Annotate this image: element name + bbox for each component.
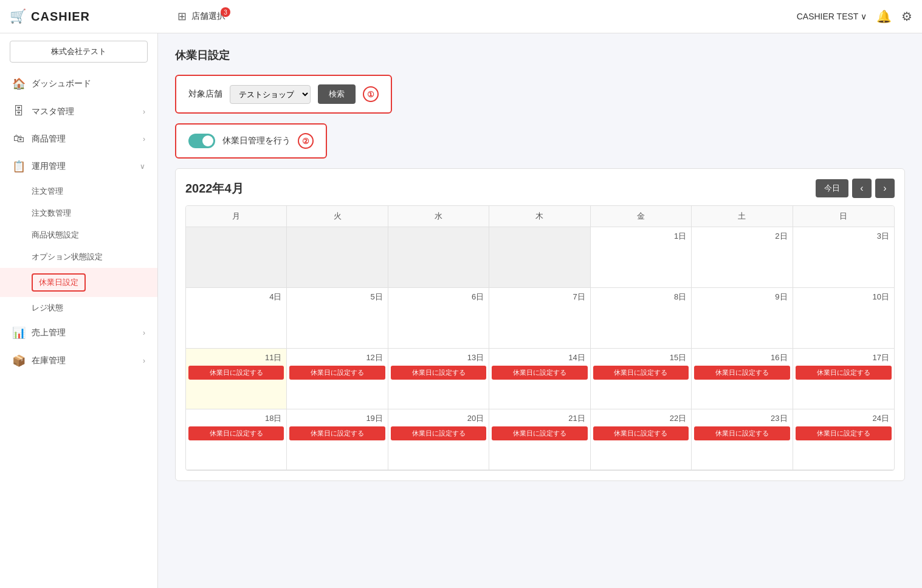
cal-cell-apr7[interactable]: 7日 [489, 288, 590, 349]
cal-cell-apr5[interactable]: 5日 [287, 288, 388, 349]
holiday-active-label: 休業日設定 [32, 273, 86, 292]
day-header-fri: 金 [591, 206, 692, 227]
cal-cell-apr19[interactable]: 19日 休業日に設定する [287, 409, 388, 470]
cal-cell-apr12[interactable]: 12日 休業日に設定する [287, 349, 388, 409]
set-holiday-button[interactable]: 休業日に設定する [694, 366, 790, 380]
cal-date: 8日 [593, 290, 689, 304]
sidebar-item-inventory[interactable]: 📦 在庫管理 › [0, 347, 157, 375]
day-header-sat: 土 [692, 206, 793, 227]
search-button[interactable]: 検索 [318, 84, 356, 104]
settings-icon[interactable]: ⚙ [901, 9, 912, 24]
sidebar-sub-option-status[interactable]: オプション状態設定 [0, 246, 157, 268]
set-holiday-button[interactable]: 休業日に設定する [391, 366, 486, 380]
user-name: CASHIER TEST ∨ [797, 12, 867, 21]
sidebar-item-products[interactable]: 🛍 商品管理 › [0, 125, 157, 152]
cal-cell-apr10[interactable]: 10日 [793, 288, 894, 349]
cal-cell-apr15[interactable]: 15日 休業日に設定する [591, 349, 692, 409]
header: 🛒 CASHIER ⊞ 店舗選択 3 CASHIER TEST ∨ 🔔 ⚙ [0, 0, 922, 33]
chevron-right-icon: › [143, 357, 145, 365]
calendar-row-2: 4日 5日 6日 7日 8日 9日 [186, 288, 894, 349]
sidebar-sub-holiday[interactable]: 休業日設定 [0, 268, 157, 297]
sidebar-sub-register-status[interactable]: レジ状態 [0, 297, 157, 319]
sidebar-sub-orders[interactable]: 注文管理 [0, 180, 157, 202]
grid-icon[interactable]: ⊞ [177, 10, 187, 23]
company-button[interactable]: 株式会社テスト [10, 41, 148, 63]
cal-date: 24日 [796, 412, 892, 425]
calendar-row-3: 11日 休業日に設定する 12日 休業日に設定する 13日 休業日に設定する 1… [186, 349, 894, 409]
cal-cell-apr24[interactable]: 24日 休業日に設定する [793, 409, 894, 470]
calendar-grid: 月 火 水 木 金 土 日 1日 [185, 205, 895, 471]
store-select-button[interactable]: 店舗選択 3 [191, 11, 225, 22]
cal-cell-apr11[interactable]: 11日 休業日に設定する [186, 349, 287, 409]
header-right: CASHIER TEST ∨ 🔔 ⚙ [797, 9, 912, 24]
cal-cell-apr16[interactable]: 16日 休業日に設定する [692, 349, 793, 409]
set-holiday-button[interactable]: 休業日に設定する [188, 426, 284, 440]
sidebar-item-master[interactable]: 🗄 マスタ管理 › [0, 98, 157, 125]
set-holiday-button[interactable]: 休業日に設定する [188, 366, 284, 380]
chevron-right-icon: › [143, 329, 145, 337]
calendar-section: 2022年4月 今日 ‹ › 月 火 水 木 金 土 日 [175, 168, 905, 481]
set-holiday-button[interactable]: 休業日に設定する [796, 426, 892, 440]
cal-cell-apr13[interactable]: 13日 休業日に設定する [388, 349, 489, 409]
cart-icon: 🛒 [10, 9, 26, 24]
cal-date: 12日 [289, 351, 385, 364]
bell-icon[interactable]: 🔔 [876, 9, 892, 24]
body-wrap: 株式会社テスト 🏠 ダッシュボード 🗄 マスタ管理 › 🛍 商品管理 › 📋 運… [0, 33, 922, 588]
sidebar-sub-order-count[interactable]: 注文数管理 [0, 202, 157, 224]
cal-cell-apr8[interactable]: 8日 [591, 288, 692, 349]
clipboard-icon: 📋 [12, 160, 26, 173]
cal-cell-apr2[interactable]: 2日 [692, 227, 793, 288]
store-select-dropdown[interactable]: テストショップ [230, 85, 311, 104]
cal-cell-apr6[interactable]: 6日 [388, 288, 489, 349]
cal-cell-apr18[interactable]: 18日 休業日に設定する [186, 409, 287, 470]
cal-cell-apr22[interactable]: 22日 休業日に設定する [591, 409, 692, 470]
header-mid: ⊞ 店舗選択 3 [177, 10, 787, 23]
cal-date: 13日 [391, 351, 486, 364]
holiday-toggle[interactable] [188, 134, 215, 148]
cal-cell-apr4[interactable]: 4日 [186, 288, 287, 349]
search-section: 対象店舗 テストショップ 検索 ① [175, 75, 905, 114]
calendar-header: 2022年4月 今日 ‹ › [185, 179, 895, 198]
set-holiday-button[interactable]: 休業日に設定する [694, 426, 790, 440]
cal-cell-apr3[interactable]: 3日 [793, 227, 894, 288]
cal-cell-apr23[interactable]: 23日 休業日に設定する [692, 409, 793, 470]
today-button[interactable]: 今日 [816, 179, 848, 197]
search-label: 対象店舗 [188, 89, 222, 100]
logo-text: CASHIER [31, 10, 90, 24]
cal-date: 6日 [391, 290, 486, 304]
prev-month-button[interactable]: ‹ [852, 179, 872, 198]
set-holiday-button[interactable]: 休業日に設定する [492, 426, 587, 440]
cal-cell-apr17[interactable]: 17日 休業日に設定する [793, 349, 894, 409]
sidebar-item-operations[interactable]: 📋 運用管理 ∨ [0, 152, 157, 180]
cal-cell-apr9[interactable]: 9日 [692, 288, 793, 349]
sidebar-item-dashboard[interactable]: 🏠 ダッシュボード [0, 70, 157, 98]
sidebar-item-sales[interactable]: 📊 売上管理 › [0, 319, 157, 347]
cal-cell-empty [489, 227, 590, 288]
calendar-row-4: 18日 休業日に設定する 19日 休業日に設定する 20日 休業日に設定する 2… [186, 409, 894, 470]
sidebar-item-label: 商品管理 [32, 134, 66, 145]
cal-cell-apr21[interactable]: 21日 休業日に設定する [489, 409, 590, 470]
cal-date: 1日 [593, 230, 689, 243]
set-holiday-button[interactable]: 休業日に設定する [796, 366, 892, 380]
day-header-wed: 水 [388, 206, 489, 227]
set-holiday-button[interactable]: 休業日に設定する [289, 366, 385, 380]
cal-cell-apr1[interactable]: 1日 [591, 227, 692, 288]
cal-date: 20日 [391, 412, 486, 425]
products-icon: 🛍 [12, 132, 26, 145]
set-holiday-button[interactable]: 休業日に設定する [492, 366, 587, 380]
cal-cell-empty [287, 227, 388, 288]
cal-date: 16日 [694, 351, 790, 364]
cal-cell-apr14[interactable]: 14日 休業日に設定する [489, 349, 590, 409]
cal-date: 23日 [694, 412, 790, 425]
set-holiday-button[interactable]: 休業日に設定する [289, 426, 385, 440]
cal-cell-apr20[interactable]: 20日 休業日に設定する [388, 409, 489, 470]
sidebar-sub-product-status[interactable]: 商品状態設定 [0, 224, 157, 246]
toggle-label: 休業日管理を行う [222, 135, 291, 146]
set-holiday-button[interactable]: 休業日に設定する [593, 366, 689, 380]
set-holiday-button[interactable]: 休業日に設定する [391, 426, 486, 440]
cal-date: 2日 [694, 230, 790, 243]
cal-date: 22日 [593, 412, 689, 425]
set-holiday-button[interactable]: 休業日に設定する [593, 426, 689, 440]
next-month-button[interactable]: › [875, 179, 895, 198]
logo-area: 🛒 CASHIER [10, 9, 168, 24]
